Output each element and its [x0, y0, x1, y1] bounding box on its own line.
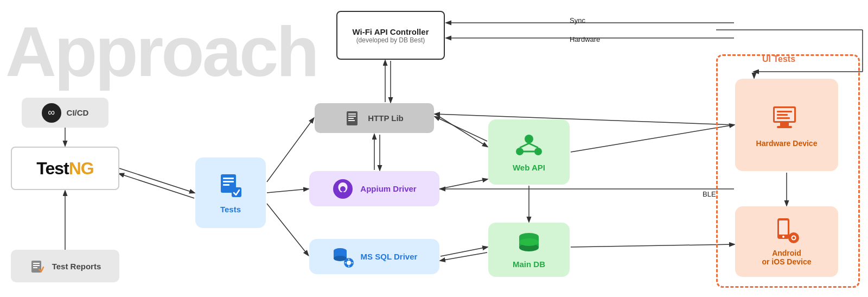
hardware-label: Hardware [570, 35, 600, 43]
uitests-label: UI Tests [762, 54, 795, 64]
svg-rect-30 [33, 265, 40, 266]
hardware-label: Hardware Device [756, 139, 818, 148]
svg-line-3 [119, 174, 194, 198]
background-title: Approach [5, 11, 317, 92]
httplib-icon [345, 110, 361, 127]
svg-point-68 [782, 236, 784, 238]
appium-icon [332, 178, 354, 200]
android-box: Android or iOS Device [735, 206, 838, 277]
svg-point-71 [792, 237, 795, 239]
svg-line-52 [520, 143, 529, 148]
webapi-label: Web API [513, 163, 545, 172]
svg-line-2 [119, 168, 194, 193]
android-label: Android or iOS Device [762, 249, 811, 266]
testreports-label: Test Reports [52, 262, 101, 271]
svg-point-58 [519, 238, 539, 246]
svg-rect-63 [777, 111, 792, 112]
mssql-label: MS SQL Driver [361, 252, 418, 261]
appium-label: Appium Driver [360, 184, 416, 193]
svg-line-21 [571, 125, 734, 152]
svg-point-48 [347, 261, 351, 265]
mssql-icon [331, 245, 354, 268]
svg-line-14 [441, 247, 487, 256]
httplib-box: HTTP Lib [315, 103, 434, 133]
testng-box: TestNG [11, 147, 119, 190]
testreports-box: Test Reports [11, 250, 119, 282]
svg-rect-38 [348, 113, 356, 115]
diagram-container: Approach [0, 0, 868, 297]
tests-label: Tests [220, 205, 241, 214]
svg-line-15 [441, 252, 487, 261]
tests-box: Tests [195, 157, 266, 228]
svg-rect-40 [348, 118, 354, 119]
svg-rect-35 [223, 184, 229, 186]
svg-rect-67 [779, 220, 788, 235]
wifi-line2: (developed by DB Best) [356, 36, 425, 44]
cicd-label: CI/CD [67, 108, 89, 117]
hardware-icon [770, 102, 803, 135]
cicd-icon: ∞ [42, 103, 61, 123]
hardware-box: Hardware Device [735, 79, 838, 171]
webapi-icon [514, 132, 544, 160]
appium-box: Appium Driver [309, 171, 439, 206]
maindb-icon [515, 231, 542, 256]
wifi-line1: Wi-Fi API Controller [353, 27, 429, 36]
svg-rect-41 [348, 120, 355, 121]
maindb-label: Main DB [513, 260, 545, 269]
svg-line-11 [435, 114, 487, 147]
svg-line-12 [435, 117, 487, 141]
svg-rect-65 [777, 117, 790, 119]
svg-rect-29 [33, 263, 40, 264]
wifi-box: Wi-Fi API Controller (developed by DB Be… [336, 11, 445, 60]
svg-rect-64 [777, 114, 788, 116]
tests-icon [216, 172, 245, 200]
android-icon [772, 217, 802, 244]
ble-label: BLE [703, 190, 716, 198]
svg-rect-31 [33, 267, 37, 268]
mssql-box: MS SQL Driver [309, 239, 439, 274]
maindb-box: Main DB [488, 223, 570, 277]
testng-label: TestNG [36, 159, 93, 179]
svg-rect-33 [223, 178, 234, 179]
svg-line-13 [439, 179, 487, 189]
testreports-icon [29, 257, 47, 275]
svg-line-19 [435, 114, 734, 125]
svg-rect-61 [780, 123, 789, 126]
webapi-box: Web API [488, 119, 570, 185]
cicd-box: ∞ CI/CD [22, 98, 108, 128]
svg-rect-39 [348, 116, 356, 117]
svg-line-6 [267, 204, 308, 255]
svg-line-53 [529, 143, 538, 148]
svg-line-4 [267, 118, 314, 182]
svg-point-49 [525, 135, 533, 143]
svg-rect-36 [232, 187, 241, 197]
svg-point-43 [340, 186, 346, 192]
svg-line-5 [267, 189, 308, 193]
svg-rect-62 [777, 126, 792, 128]
svg-rect-34 [223, 181, 234, 182]
httplib-label: HTTP Lib [368, 113, 404, 123]
svg-line-22 [571, 244, 734, 247]
sync-label: Sync [570, 16, 585, 24]
